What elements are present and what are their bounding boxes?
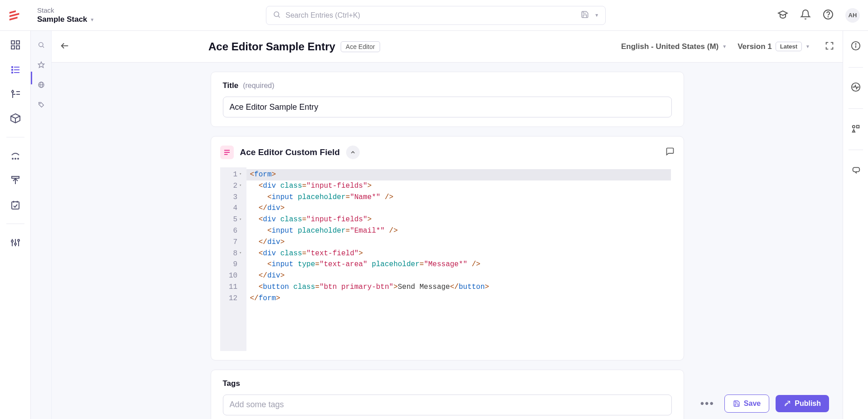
stack-name: Sample Stack — [37, 15, 87, 24]
custom-field-label: Ace Editor Custom Field — [240, 147, 340, 157]
topbar: Stack Sample Stack ▼ ▼ — [0, 0, 868, 31]
content-model-icon[interactable] — [10, 88, 21, 100]
expand-icon[interactable] — [825, 41, 834, 53]
more-actions-button[interactable]: ••• — [697, 397, 718, 410]
svg-point-48 — [852, 126, 855, 128]
info-icon[interactable] — [851, 41, 861, 53]
global-search[interactable]: ▼ — [266, 6, 606, 25]
svg-point-21 — [12, 158, 13, 159]
search-icon — [273, 10, 281, 20]
back-arrow-icon[interactable] — [60, 41, 70, 53]
svg-rect-10 — [11, 69, 13, 71]
svg-marker-50 — [852, 130, 855, 132]
svg-rect-8 — [11, 66, 13, 68]
active-indicator — [31, 72, 32, 84]
field-label: Title — [223, 81, 239, 90]
custom-field-card: Ace Editor Custom Field 1▾2▾3 4 5▾6 7 8▾… — [211, 136, 684, 361]
publish-queue-icon[interactable] — [10, 175, 21, 186]
content-type-pill[interactable]: Ace Editor — [341, 41, 380, 52]
comment-icon[interactable] — [665, 147, 675, 158]
svg-point-32 — [18, 239, 19, 241]
code-area[interactable]: <form> <div class="input-fields"> <input… — [246, 167, 675, 351]
chevron-down-icon[interactable]: ▼ — [594, 13, 599, 18]
widgets-icon[interactable] — [851, 123, 861, 135]
search-input[interactable] — [285, 11, 581, 19]
activity-icon[interactable] — [851, 82, 861, 94]
field-label: Tags — [223, 379, 240, 388]
svg-point-30 — [14, 243, 16, 245]
education-icon[interactable] — [777, 9, 788, 22]
svg-rect-49 — [856, 126, 859, 128]
entry-header: Ace Editor Sample Entry Ace Editor Engli… — [52, 31, 843, 63]
svg-point-3 — [828, 16, 829, 17]
tags-input[interactable] — [223, 395, 672, 415]
tags-field-card: Tags — [211, 370, 684, 419]
tasks-icon[interactable] — [10, 199, 21, 211]
assets-icon[interactable] — [10, 112, 21, 124]
svg-rect-26 — [12, 202, 19, 209]
form-scroll-area[interactable]: Title (required) Ace Editor Custom Field — [52, 63, 843, 419]
publish-button[interactable]: Publish — [776, 395, 829, 412]
svg-rect-25 — [12, 176, 19, 178]
stack-selector[interactable]: Stack Sample Stack ▼ — [37, 6, 94, 24]
line-gutter: 1▾2▾3 4 5▾6 7 8▾9 10 11 12 — [220, 167, 246, 351]
entries-icon[interactable] — [10, 63, 21, 75]
svg-point-28 — [11, 240, 13, 242]
svg-rect-13 — [14, 72, 19, 73]
mini-nav — [31, 31, 52, 419]
tag-icon[interactable] — [37, 101, 45, 109]
version-badge: Latest — [776, 42, 802, 51]
settings-icon[interactable] — [10, 237, 21, 248]
svg-point-23 — [18, 158, 19, 159]
code-editor[interactable]: 1▾2▾3 4 5▾6 7 8▾9 10 11 12 <form> <div c… — [220, 167, 675, 351]
svg-point-22 — [15, 158, 16, 159]
discussion-icon[interactable] — [851, 165, 861, 176]
svg-rect-9 — [14, 67, 19, 68]
save-button[interactable]: Save — [724, 395, 769, 413]
svg-rect-7 — [16, 46, 19, 49]
help-icon[interactable] — [823, 9, 834, 22]
svg-line-1 — [279, 16, 280, 17]
svg-rect-5 — [16, 41, 19, 44]
bell-icon[interactable] — [800, 9, 811, 22]
svg-point-33 — [39, 43, 43, 47]
custom-field-icon — [220, 146, 234, 159]
dashboard-icon[interactable] — [10, 39, 21, 51]
action-bar: ••• Save Publish — [697, 395, 829, 413]
svg-rect-12 — [11, 72, 13, 73]
title-input[interactable] — [223, 97, 672, 117]
svg-point-39 — [39, 103, 40, 104]
user-avatar[interactable]: AH — [845, 8, 860, 23]
releases-icon[interactable] — [10, 150, 21, 162]
collapse-button[interactable] — [346, 146, 360, 159]
svg-rect-6 — [11, 46, 14, 49]
svg-rect-4 — [11, 41, 14, 44]
entry-title: Ace Editor Sample Entry — [208, 40, 335, 53]
title-field-card: Title (required) — [211, 72, 684, 127]
globe-icon[interactable] — [37, 81, 45, 89]
version-selector[interactable]: Version 1 Latest ▼ — [738, 42, 810, 51]
locale-selector[interactable]: English - United States (M) ▼ — [621, 42, 727, 51]
svg-line-34 — [43, 46, 44, 48]
chevron-down-icon: ▼ — [722, 44, 727, 49]
required-indicator: (required) — [243, 82, 274, 90]
chevron-down-icon: ▼ — [90, 17, 95, 22]
chevron-down-icon: ▼ — [805, 44, 810, 49]
svg-marker-35 — [38, 62, 44, 68]
star-icon[interactable] — [37, 61, 45, 69]
save-icon[interactable] — [581, 10, 589, 20]
stack-label: Stack — [37, 6, 94, 14]
svg-point-0 — [274, 12, 279, 17]
svg-rect-11 — [14, 69, 19, 70]
app-logo[interactable] — [8, 9, 22, 22]
right-rail — [843, 31, 868, 419]
search-icon[interactable] — [37, 41, 45, 49]
left-nav — [0, 31, 31, 419]
svg-point-46 — [855, 44, 856, 44]
svg-point-15 — [12, 91, 14, 93]
